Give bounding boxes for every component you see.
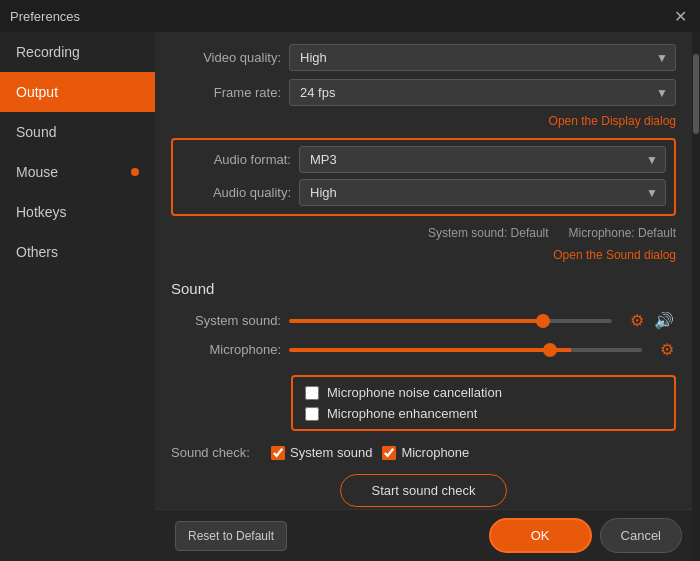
open-display-dialog-link[interactable]: Open the Display dialog <box>549 114 676 128</box>
system-sound-slider[interactable] <box>289 319 612 323</box>
frame-rate-select-wrap: 24 fps 30 fps 60 fps ▼ <box>289 79 676 106</box>
titlebar: Preferences ✕ <box>0 0 700 32</box>
microphone-slider[interactable] <box>289 348 642 352</box>
audio-quality-select-wrap: High Medium Low ▼ <box>299 179 666 206</box>
sidebar-item-others[interactable]: Others <box>0 232 155 272</box>
action-buttons: OK Cancel <box>489 518 682 553</box>
notification-dot <box>131 168 139 176</box>
settings-panel: Video quality: High Medium Low ▼ Frame r… <box>155 32 692 509</box>
microphone-settings-icon[interactable]: ⚙ <box>658 338 676 361</box>
system-sound-settings-icon[interactable]: ⚙ <box>628 309 646 332</box>
window-title: Preferences <box>10 9 80 24</box>
noise-cancellation-label: Microphone noise cancellation <box>327 385 502 400</box>
enhancement-checkbox-row[interactable]: Microphone enhancement <box>305 406 662 421</box>
preferences-window: Preferences ✕ Recording Output Sound Mou… <box>0 0 700 561</box>
audio-format-select-wrap: MP3 AAC WAV FLAC ▼ <box>299 146 666 173</box>
sidebar-item-mouse[interactable]: Mouse <box>0 152 155 192</box>
system-sound-check-checkbox[interactable] <box>271 446 285 460</box>
audio-quality-row: Audio quality: High Medium Low ▼ <box>181 179 666 206</box>
sidebar-item-recording[interactable]: Recording <box>0 32 155 72</box>
frame-rate-label: Frame rate: <box>171 85 281 100</box>
microphone-options-section: Microphone noise cancellation Microphone… <box>291 375 676 431</box>
system-sound-status: System sound: Default <box>428 226 549 240</box>
enhancement-label: Microphone enhancement <box>327 406 477 421</box>
audio-quality-label: Audio quality: <box>181 185 291 200</box>
sidebar-item-hotkeys[interactable]: Hotkeys <box>0 192 155 232</box>
reset-to-default-button[interactable]: Reset to Default <box>175 521 287 551</box>
sidebar-item-output[interactable]: Output <box>0 72 155 112</box>
microphone-slider-row: Microphone: ⚙ <box>171 338 676 361</box>
audio-quality-select[interactable]: High Medium Low <box>299 179 666 206</box>
system-sound-check-item[interactable]: System sound <box>271 445 372 460</box>
audio-format-select[interactable]: MP3 AAC WAV FLAC <box>299 146 666 173</box>
display-dialog-link-row: Open the Display dialog <box>171 114 676 128</box>
scrollbar[interactable] <box>692 32 700 561</box>
sidebar: Recording Output Sound Mouse Hotkeys Oth… <box>0 32 155 561</box>
noise-cancellation-checkbox[interactable] <box>305 386 319 400</box>
open-sound-dialog-link[interactable]: Open the Sound dialog <box>553 248 676 262</box>
video-quality-select-wrap: High Medium Low ▼ <box>289 44 676 71</box>
start-sound-check-button[interactable]: Start sound check <box>340 474 506 507</box>
sidebar-item-sound[interactable]: Sound <box>0 112 155 152</box>
audio-format-label: Audio format: <box>181 152 291 167</box>
ok-button[interactable]: OK <box>489 518 592 553</box>
sound-dialog-link-row: Open the Sound dialog <box>171 248 676 262</box>
frame-rate-select[interactable]: 24 fps 30 fps 60 fps <box>289 79 676 106</box>
system-sound-icons: ⚙ 🔊 <box>628 309 676 332</box>
video-quality-row: Video quality: High Medium Low ▼ <box>171 44 676 71</box>
system-sound-check-label: System sound <box>290 445 372 460</box>
microphone-check-checkbox[interactable] <box>382 446 396 460</box>
audio-format-row: Audio format: MP3 AAC WAV FLAC ▼ <box>181 146 666 173</box>
video-quality-select[interactable]: High Medium Low <box>289 44 676 71</box>
sound-status-row: System sound: Default Microphone: Defaul… <box>171 226 676 240</box>
audio-format-section: Audio format: MP3 AAC WAV FLAC ▼ <box>171 138 676 216</box>
sound-check-row: Sound check: System sound Microphone <box>171 445 676 460</box>
sidebar-nav: Recording Output Sound Mouse Hotkeys Oth… <box>0 32 155 272</box>
main-content: Recording Output Sound Mouse Hotkeys Oth… <box>0 32 700 561</box>
microphone-check-item[interactable]: Microphone <box>382 445 469 460</box>
microphone-slider-wrap <box>289 348 642 352</box>
video-quality-label: Video quality: <box>171 50 281 65</box>
close-button[interactable]: ✕ <box>670 6 690 26</box>
frame-rate-row: Frame rate: 24 fps 30 fps 60 fps ▼ <box>171 79 676 106</box>
microphone-icons: ⚙ <box>658 338 676 361</box>
system-sound-slider-row: System sound: ⚙ 🔊 <box>171 309 676 332</box>
scrollbar-thumb[interactable] <box>693 54 699 134</box>
noise-cancellation-checkbox-row[interactable]: Microphone noise cancellation <box>305 385 662 400</box>
enhancement-checkbox[interactable] <box>305 407 319 421</box>
microphone-slider-label: Microphone: <box>171 342 281 357</box>
footer-bar: Reset to Default OK Cancel <box>155 509 692 561</box>
sound-section-title: Sound <box>171 280 676 297</box>
system-sound-slider-label: System sound: <box>171 313 281 328</box>
system-sound-slider-wrap <box>289 319 612 323</box>
microphone-check-label: Microphone <box>401 445 469 460</box>
microphone-status: Microphone: Default <box>569 226 676 240</box>
sound-check-label: Sound check: <box>171 445 261 460</box>
system-sound-speaker-icon[interactable]: 🔊 <box>652 309 676 332</box>
cancel-button[interactable]: Cancel <box>600 518 682 553</box>
